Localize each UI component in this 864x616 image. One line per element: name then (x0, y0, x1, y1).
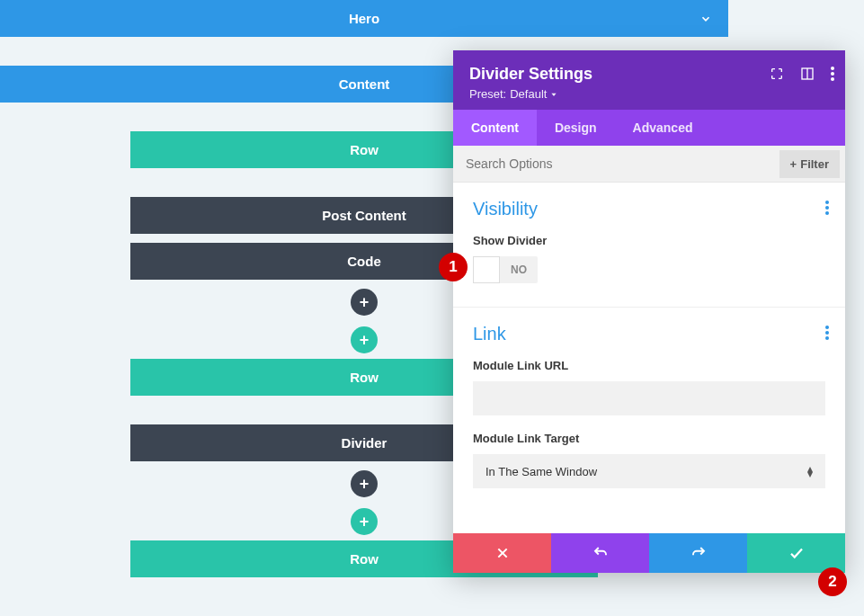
annotation-badge-1: 1 (439, 253, 468, 281)
annotation-badge-2: 2 (818, 567, 847, 596)
add-row-button[interactable]: + (351, 508, 378, 535)
panel-header: Divider Settings Preset: Default (453, 50, 845, 110)
link-url-input[interactable] (473, 381, 825, 415)
svg-point-7 (825, 206, 829, 210)
toggle-knob (473, 256, 500, 283)
redo-button[interactable] (649, 533, 747, 573)
link-target-label: Module Link Target (473, 432, 825, 445)
search-input[interactable] (453, 146, 774, 182)
module-label: Code (347, 254, 381, 269)
svg-point-3 (831, 67, 834, 70)
section-bar-hero[interactable]: Hero (0, 0, 728, 37)
plus-icon: + (360, 513, 370, 531)
settings-tabs: Content Design Advanced (453, 110, 845, 146)
section-heading: Link (473, 324, 825, 344)
plus-icon: + (360, 293, 370, 312)
svg-point-9 (825, 326, 829, 329)
kebab-icon[interactable] (831, 67, 834, 81)
add-module-button[interactable]: + (351, 470, 378, 497)
toggle-value: NO (500, 263, 538, 276)
chevron-down-icon[interactable] (699, 13, 712, 25)
select-arrows-icon: ▴▾ (807, 466, 813, 477)
module-label: Divider (342, 435, 387, 451)
section-heading: Visibility (473, 199, 825, 219)
plus-icon: + (790, 157, 797, 171)
expand-icon[interactable] (770, 67, 784, 81)
settings-panel: Divider Settings Preset: Default Content… (453, 50, 845, 573)
add-row-button[interactable]: + (351, 326, 378, 353)
kebab-icon[interactable] (825, 201, 829, 215)
row-label: Row (350, 142, 379, 157)
kebab-icon[interactable] (825, 326, 829, 340)
add-module-button[interactable]: + (351, 289, 378, 316)
svg-point-11 (825, 336, 829, 340)
svg-marker-0 (552, 93, 557, 95)
cancel-button[interactable] (453, 533, 551, 573)
plus-icon: + (360, 475, 370, 494)
section-label: Content (339, 76, 390, 92)
link-target-select[interactable]: In The Same Window ▴▾ (473, 454, 825, 488)
svg-point-8 (825, 211, 829, 215)
undo-button[interactable] (551, 533, 649, 573)
filter-button[interactable]: + Filter (779, 150, 840, 178)
search-bar: + Filter (453, 146, 845, 183)
tab-design[interactable]: Design (537, 110, 615, 146)
link-url-label: Module Link URL (473, 359, 825, 372)
tab-content[interactable]: Content (453, 110, 537, 146)
tab-advanced[interactable]: Advanced (615, 110, 711, 146)
plus-icon: + (360, 331, 370, 350)
row-label: Row (350, 551, 379, 567)
snap-icon[interactable] (800, 67, 815, 81)
svg-point-6 (825, 201, 829, 204)
show-divider-toggle[interactable]: NO (473, 256, 538, 283)
show-divider-label: Show Divider (473, 234, 825, 247)
svg-point-10 (825, 331, 829, 335)
preset-selector[interactable]: Preset: Default (469, 87, 829, 101)
section-visibility: Visibility Show Divider NO (453, 183, 845, 308)
svg-point-4 (831, 72, 834, 76)
svg-point-5 (831, 77, 834, 81)
section-label: Hero (349, 11, 379, 26)
panel-footer (453, 533, 845, 573)
module-label: Post Content (322, 208, 405, 223)
section-link: Link Module Link URL Module Link Target … (453, 308, 845, 508)
row-label: Row (350, 370, 379, 385)
